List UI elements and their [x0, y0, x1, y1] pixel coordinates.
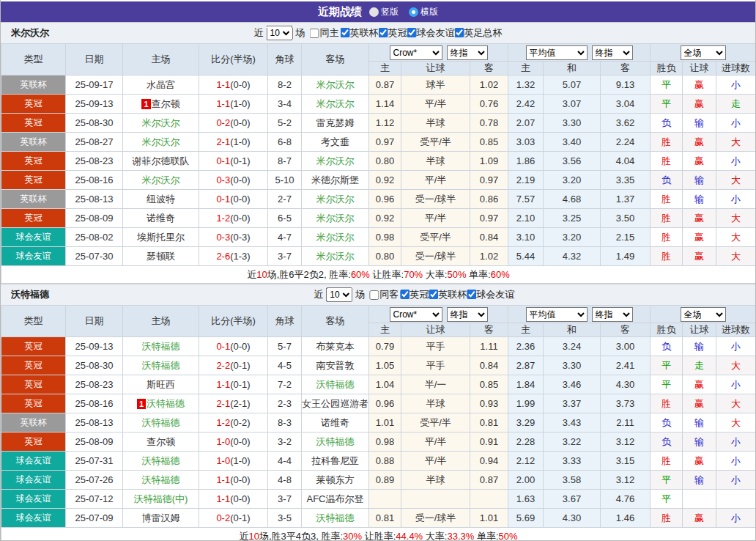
- match-row: 英冠25-09-131查尔顿1-1(1-0)3-4米尔沃尔1.14平/半0.76…: [1, 95, 756, 114]
- odds-stage-select[interactable]: 终指: [447, 45, 488, 60]
- result-goals: 走: [716, 95, 756, 114]
- result-outcome: 负: [651, 413, 683, 433]
- league-label: 球会友谊: [417, 26, 455, 40]
- league-filter[interactable]: 英联杯: [341, 26, 379, 40]
- filters: 近 10 场 同主 英联杯英冠球会友谊英足总杯: [254, 26, 503, 40]
- subcol-avg-away: 客: [601, 323, 651, 337]
- result-goals: 大: [716, 133, 756, 152]
- layout-vertical-option[interactable]: 竖版: [369, 6, 399, 18]
- result-handicap: 输: [683, 413, 716, 433]
- away-team: 米尔沃尔: [302, 190, 369, 209]
- average-select[interactable]: 平均值: [526, 307, 588, 322]
- avg-draw: 4.32: [544, 247, 601, 266]
- corners: 4-7: [268, 228, 302, 247]
- score: 1-0(0-0): [199, 433, 268, 452]
- same-venue-checkbox[interactable]: [369, 290, 379, 300]
- result-outcome: 平: [651, 471, 683, 490]
- result-outcome: 胜: [651, 452, 683, 471]
- odds-home: 0.80: [369, 247, 401, 266]
- bookmaker-select[interactable]: Crow*: [390, 45, 442, 60]
- home-team: 谢菲尔德联队: [123, 152, 199, 171]
- avg-away: 2.24: [601, 133, 651, 152]
- result-handicap: 输: [683, 171, 716, 190]
- avg-away: 3.73: [601, 394, 651, 413]
- result-handicap: 赢: [683, 209, 716, 228]
- fulltime-select[interactable]: 全场: [681, 45, 726, 60]
- near-label: 近: [254, 26, 264, 40]
- result-handicap: 输: [683, 337, 716, 356]
- avg-away: 4.30: [601, 375, 651, 394]
- odds-home: 1.14: [369, 95, 401, 114]
- match-type-badge: 英冠: [1, 171, 66, 190]
- odds-handicap: 半球: [401, 471, 470, 490]
- result-goals: 大: [716, 356, 756, 375]
- odds-away: 0.94: [470, 452, 508, 471]
- summary-text: 近10场,胜3平4负3, 胜率:30% 让胜率:44.4% 大率:33.3% 单…: [1, 528, 756, 541]
- league-label: 英足总杯: [464, 26, 503, 40]
- league-filter[interactable]: 英冠: [379, 26, 407, 40]
- league-filter[interactable]: 英冠: [400, 288, 429, 301]
- col-home: 主场: [123, 44, 199, 76]
- page-title: 近期战绩: [318, 5, 362, 19]
- avg-draw: 5.07: [544, 76, 601, 95]
- avg-stage-select[interactable]: 终指: [592, 307, 633, 322]
- col-date: 日期: [66, 306, 123, 337]
- avg-home: 1.32: [508, 76, 544, 95]
- league-checkbox[interactable]: [400, 290, 410, 299]
- league-filter[interactable]: 球会友谊: [467, 288, 514, 301]
- home-team: 沃特福德: [123, 356, 199, 375]
- match-type-badge: 英冠: [1, 394, 66, 413]
- odds-home: 0.80: [369, 152, 401, 171]
- same-venue-filter[interactable]: 同客: [366, 288, 399, 301]
- odds-handicap: 半球: [401, 394, 470, 413]
- odds-away: 0.84: [470, 228, 508, 247]
- league-checkbox[interactable]: [429, 290, 438, 299]
- subcol-goals-result: 进球数: [716, 323, 756, 337]
- result-goals: 小: [716, 114, 756, 133]
- odds-stage-select[interactable]: 终指: [447, 307, 488, 322]
- corners: 5-7: [268, 337, 302, 356]
- col-home: 主场: [123, 306, 199, 337]
- col-away: 客场: [302, 306, 369, 337]
- league-checkbox[interactable]: [455, 28, 464, 37]
- same-venue-filter[interactable]: 同主: [307, 26, 339, 40]
- match-date: 25-08-23: [66, 375, 123, 394]
- result-outcome: 负: [651, 171, 683, 190]
- recent-count-select[interactable]: 10: [267, 26, 293, 40]
- odds-home: 1.12: [369, 114, 401, 133]
- home-team: 米尔沃尔: [123, 171, 199, 190]
- avg-draw: 3.22: [544, 433, 601, 452]
- away-team: 米尔沃尔: [302, 76, 369, 95]
- fulltime-select[interactable]: 全场: [681, 307, 726, 322]
- league-filter[interactable]: 球会友谊: [407, 26, 455, 40]
- league-checkbox[interactable]: [341, 28, 350, 37]
- average-select[interactable]: 平均值: [526, 45, 588, 60]
- result-handicap: 输: [683, 114, 716, 133]
- league-filter[interactable]: 英足总杯: [455, 26, 503, 40]
- league-checkbox[interactable]: [379, 28, 388, 37]
- subcol-outcome: 胜负: [651, 62, 683, 76]
- bookmaker-select[interactable]: Crow*: [390, 307, 442, 322]
- match-row: 英冠25-08-30沃特福德2-2(0-1)4-5南安普敦1.05平手0.842…: [1, 356, 756, 375]
- league-filter[interactable]: 英联杯: [429, 288, 467, 301]
- subcol-odds-home: 主: [369, 62, 401, 76]
- result-goals: 大: [716, 209, 756, 228]
- odds-away: 0.97: [470, 171, 508, 190]
- same-venue-checkbox[interactable]: [310, 29, 319, 38]
- avg-draw: 4.68: [544, 190, 601, 209]
- avg-draw: 3.37: [544, 394, 601, 413]
- same-venue-label: 同客: [379, 288, 399, 301]
- recent-count-select[interactable]: 10: [326, 287, 352, 302]
- league-checkbox[interactable]: [467, 290, 476, 299]
- layout-horizontal-option[interactable]: 横版: [409, 6, 438, 18]
- league-label: 球会友谊: [476, 288, 514, 301]
- radio-unselected-icon[interactable]: [369, 7, 379, 17]
- league-checkbox[interactable]: [407, 28, 417, 37]
- league-label: 英联杯: [438, 288, 467, 301]
- result-outcome: 胜: [651, 209, 683, 228]
- match-date: 25-07-12: [66, 490, 123, 509]
- radio-selected-icon[interactable]: [409, 7, 418, 17]
- match-date: 25-09-13: [66, 95, 123, 114]
- avg-stage-select[interactable]: 终指: [592, 45, 633, 60]
- result-goals: 小: [716, 375, 756, 394]
